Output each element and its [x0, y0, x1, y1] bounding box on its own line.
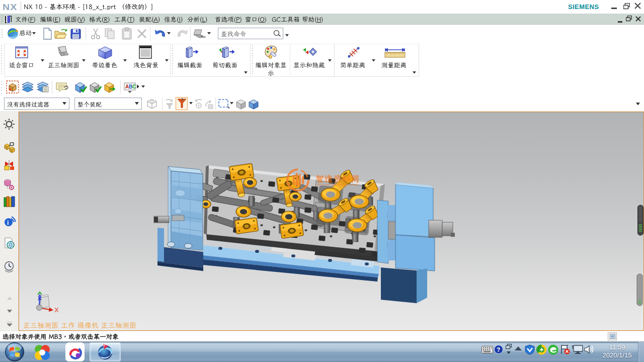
svg-text:?: ? — [497, 346, 500, 353]
svg-text:X: X — [54, 306, 59, 314]
svg-text:C: C — [132, 84, 136, 89]
